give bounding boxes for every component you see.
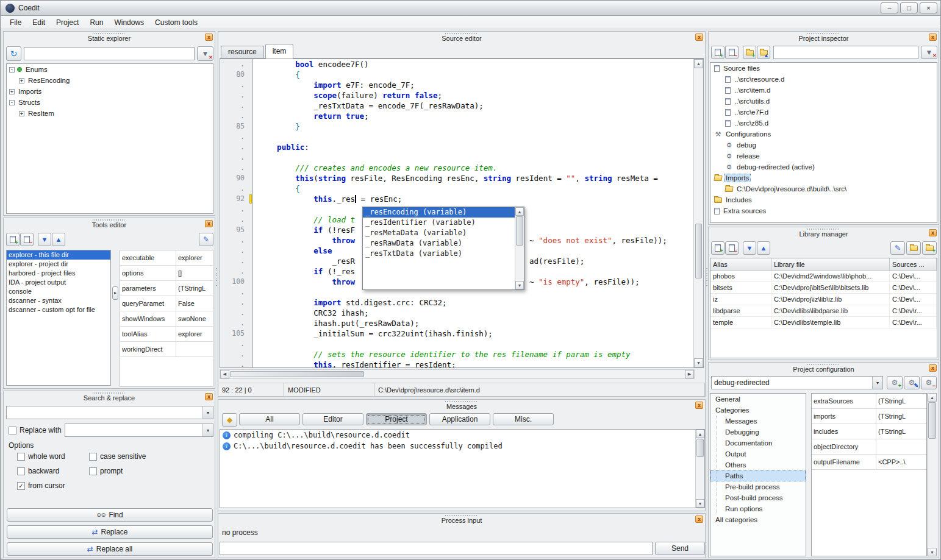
inspector-filter-input[interactable] [773,46,918,59]
checkbox-icon[interactable] [9,427,16,434]
code-line[interactable]: { [259,69,693,80]
inspector-item[interactable]: ..\src\item.d [710,85,937,96]
tree-item[interactable]: +Imports [7,86,213,97]
close-panel-button[interactable]: x [205,220,213,227]
config-property-row[interactable]: imports(TStringL [812,409,926,424]
inspector-item[interactable]: ⚒Configurations [710,129,937,140]
refresh-symbols-button[interactable]: ↻ [6,46,21,61]
replace-button[interactable]: ⇄ Replace [7,525,213,539]
property-row[interactable]: toolAliasexplorer [120,327,213,342]
add-tool-button[interactable]: + [6,233,20,246]
move-library-down-button[interactable]: ▼ [743,241,756,255]
completion-item[interactable]: _resIdentifier (variable) [363,218,515,228]
add-source-button[interactable]: + [711,46,725,59]
menu-file[interactable]: File [4,16,27,29]
code-line[interactable]: scope(failure) return false; [259,90,693,101]
clone-configuration-button[interactable]: ⚙ ✎ [904,376,920,389]
inspector-item[interactable]: ⚙debug-redirected (active) [710,161,937,172]
dropdown-arrow-icon[interactable]: ▾ [202,406,213,419]
message-row[interactable]: iC:\...\build\resource.d.coedit has been… [220,441,704,452]
category-categories[interactable]: Categories [710,405,806,416]
option-backward[interactable]: backward [17,467,89,475]
config-property-row[interactable]: includes(TStringL [812,424,926,439]
category-run-options[interactable]: Run options [710,503,806,514]
code-line[interactable]: this._res = resEnc; [259,194,693,204]
library-row[interactable]: libdparseC:\Dev\dlibs\libdparse.libC:\De… [710,305,937,317]
inspector-item[interactable]: ..\src\resource.d [710,74,937,85]
config-property-row[interactable]: outputFilename<CPP>..\ [812,455,926,470]
completion-scrollbar[interactable]: ▲ ▼ [515,207,524,289]
inspector-item[interactable]: ..\src\e7F.d [710,107,937,118]
code-line[interactable]: // sets the resource identifier to the r… [259,349,693,360]
menu-custom-tools[interactable]: Custom tools [149,16,203,29]
category-all-categories[interactable]: All categories [710,514,806,525]
inspector-item[interactable]: Extra sources [710,205,937,216]
completion-item[interactable]: _resRawData (variable) [363,238,515,249]
inspector-item[interactable]: Imports [710,172,937,183]
filter-all-button[interactable]: All [239,413,300,425]
remove-source-button[interactable]: − [725,46,739,59]
menu-run[interactable]: Run [84,16,109,29]
scroll-down-button[interactable]: ▼ [696,499,704,508]
symbol-filter-input[interactable] [24,47,195,60]
close-panel-button[interactable]: x [695,34,703,41]
find-button[interactable]: ⊙⊙ Find [7,508,213,522]
tool-list-item[interactable]: IDA - project output [7,278,110,287]
property-row[interactable]: workingDirect [120,342,213,357]
category-debugging[interactable]: Debugging [710,427,806,438]
scroll-thumb[interactable] [928,402,936,439]
scroll-left-button[interactable]: ◀ [220,370,229,378]
option-prompt[interactable]: prompt [89,467,207,475]
filter-project-button[interactable]: Project [366,413,427,425]
replace-term-input[interactable] [65,424,202,436]
messages-scrollbar[interactable]: ▲ ▼ [695,430,704,508]
scroll-down-button[interactable]: ▼ [694,358,703,367]
scroll-up-button[interactable]: ▲ [694,59,703,68]
expand-properties-button[interactable]: ▸ [112,286,118,300]
move-tool-up-button[interactable]: ▲ [52,233,65,246]
dropdown-arrow-icon[interactable]: ▾ [872,377,882,389]
add-folder-button[interactable]: + [743,46,756,59]
tools-editor-header[interactable]: Tools editor x [4,218,215,230]
filter-options-button[interactable]: ▼ × [921,46,937,59]
property-row[interactable]: executableexplorer [120,250,213,266]
tool-list-item[interactable]: explorer - project dir [7,260,110,269]
menu-edit[interactable]: Edit [27,16,51,29]
tree-item[interactable]: -Enums [7,64,213,75]
categories-button[interactable]: ◆ [222,413,237,427]
open-library-file-button[interactable] [906,241,921,255]
property-value[interactable] [176,342,213,356]
tool-list-item[interactable]: explorer - this file dir [7,250,110,260]
category-pre-build-process[interactable]: Pre-build process [710,481,806,492]
config-property-value[interactable]: <CPP>..\ [876,455,926,469]
minimize-button[interactable]: – [881,2,898,13]
search-replace-header[interactable]: Search & replace x [4,391,215,403]
inspector-item[interactable]: Source files [710,63,937,74]
tab-item[interactable]: item [265,44,294,58]
library-manager-header[interactable]: Library manager x [709,227,939,239]
property-value[interactable]: explorer [176,250,213,265]
editor-horizontal-scrollbar[interactable]: ◀ ▶ [220,369,695,379]
property-value[interactable]: swoNone [176,311,213,326]
static-explorer-header[interactable]: Static explorer x [4,32,215,44]
code-line[interactable] [259,152,693,163]
code-line[interactable]: this(string resFile, ResEncoding resEnc,… [259,173,693,183]
tree-item[interactable]: -Structs [7,97,213,108]
column-header[interactable]: Library file [771,258,890,270]
close-panel-button[interactable]: x [205,34,213,41]
process-input-header[interactable]: Process input x [218,514,705,526]
close-panel-button[interactable]: x [695,402,703,409]
replace-all-button[interactable]: ⇄ Replace all [7,542,213,556]
config-property-row[interactable]: objectDirectory [812,439,926,455]
completion-item[interactable]: _resEncoding (variable) [363,207,515,218]
config-property-value[interactable]: (TStringL [876,394,926,408]
category-messages[interactable]: Messages [710,416,806,427]
code-line[interactable]: public: [259,142,693,152]
config-property-row[interactable]: extraSources(TStringL [812,394,926,409]
checkbox-icon[interactable] [17,453,25,461]
expand-icon[interactable]: + [19,111,24,116]
expand-icon[interactable]: + [9,89,15,94]
category-others[interactable]: Others [710,459,806,470]
category-post-build-process[interactable]: Post-build process [710,492,806,503]
column-header[interactable]: Alias [710,258,771,270]
